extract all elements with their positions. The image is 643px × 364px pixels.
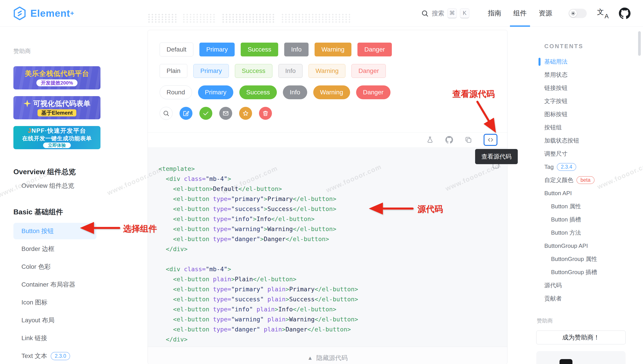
demo-button-info-default[interactable]: Info: [284, 42, 308, 56]
red-arrow-to-button-item: [80, 221, 122, 235]
toc-item-文字按钮[interactable]: 文字按钮: [536, 94, 638, 108]
demo-button-success-round[interactable]: Success: [239, 86, 277, 99]
sun-icon: [571, 11, 576, 16]
demo-button-danger-default[interactable]: Danger: [358, 42, 392, 56]
icon-button-check[interactable]: [199, 107, 212, 120]
toc-item-tag[interactable]: Tag2.3.4: [536, 160, 638, 174]
toc-item-图标按钮[interactable]: 图标按钮: [536, 108, 638, 121]
github-icon[interactable]: [619, 8, 630, 19]
toc-item-基础用法[interactable]: 基础用法: [536, 55, 638, 68]
toc-item-buttongroup-属性[interactable]: ButtonGroup 属性: [536, 252, 638, 266]
hide-source-bar[interactable]: ▲ 隐藏源代码: [148, 346, 507, 364]
toc-item-buttongroup-插槽[interactable]: ButtonGroup 插槽: [536, 266, 638, 279]
demo-button-warning-round[interactable]: Warning: [313, 86, 350, 99]
demo-button-round-round[interactable]: Round: [160, 86, 192, 99]
translate-icon[interactable]: 文 A: [597, 8, 609, 19]
search-button[interactable]: 搜索 ⌘ K: [421, 8, 469, 18]
icon-button-delete[interactable]: [259, 107, 272, 120]
code-token: <el-button>: [173, 185, 213, 192]
icon-button-message[interactable]: [219, 107, 232, 120]
sidebar-item-link[interactable]: Link 链接: [14, 329, 97, 347]
sidebar-item-layout[interactable]: Layout 布局: [14, 311, 97, 329]
sponsor-banner-meile[interactable]: 美乐全栈低代码平台开发提效200%: [14, 66, 101, 90]
theme-toggle[interactable]: [568, 9, 587, 18]
icon-button-edit[interactable]: [179, 107, 192, 120]
demo-button-success-default[interactable]: Success: [241, 42, 278, 56]
page-scrollbar-thumb[interactable]: [638, 31, 641, 56]
demo-button-warning-plain[interactable]: Warning: [308, 64, 345, 78]
view-source-tooltip: 查看源代码: [475, 149, 518, 164]
toc-item-禁用状态[interactable]: 禁用状态: [536, 68, 638, 82]
code-token: >: [282, 326, 285, 333]
code-token: <el-button: [173, 196, 209, 202]
code-line: <el-button type="info" plain>Info</el-bu…: [159, 304, 507, 314]
toc-item-button-方法[interactable]: Button 方法: [536, 226, 638, 239]
sponsor-banner-form[interactable]: 可视化低代码表单基于Element: [14, 96, 101, 119]
toc-item-button-api[interactable]: Button API: [536, 187, 638, 200]
code-token: <el-button: [173, 206, 209, 212]
become-sponsor-button[interactable]: 成为赞助商！: [536, 330, 625, 344]
toc-item-label: Button 方法: [551, 229, 581, 237]
toc-item-按钮组[interactable]: 按钮组: [536, 121, 638, 134]
demo-icon-button-row: [160, 107, 507, 120]
sidebar-item-text[interactable]: Text 文本2.3.0: [14, 347, 97, 364]
code-token: [159, 246, 166, 252]
main-nav: 指南组件资源: [482, 0, 558, 26]
demo-button-primary-default[interactable]: Primary: [199, 42, 235, 56]
playground-flask-icon[interactable]: [426, 136, 434, 144]
icon-button-star[interactable]: [239, 107, 252, 120]
code-token: plain: [253, 306, 275, 313]
copy-code-icon[interactable]: [464, 136, 472, 144]
code-token: >: [227, 175, 231, 182]
demo-button-info-plain[interactable]: Info: [278, 64, 303, 78]
toc-item-贡献者[interactable]: 贡献者: [536, 292, 638, 305]
nav-item-label: 组件: [513, 9, 527, 18]
sidebar-item-icon[interactable]: Icon 图标: [14, 294, 97, 311]
annotation-select-component: 选择组件: [123, 223, 157, 234]
demo-button-success-plain[interactable]: Success: [235, 64, 272, 78]
demo-button-primary-round[interactable]: Primary: [198, 86, 233, 99]
icon-button-search[interactable]: [160, 107, 173, 120]
element-plus-logo[interactable]: Element+: [13, 6, 74, 20]
toc-item-源代码[interactable]: 源代码: [536, 279, 638, 292]
toc-active-bar: [538, 58, 540, 66]
view-source-code-button[interactable]: [484, 134, 497, 146]
sidebar-item-label: Layout 布局: [22, 316, 55, 324]
sponsor-panel[interactable]: [536, 351, 625, 364]
nav-item-指南[interactable]: 指南: [482, 0, 507, 26]
sidebar-item-container[interactable]: Container 布局容器: [14, 276, 97, 294]
code-token: "primary": [231, 286, 264, 293]
code-token: "success": [231, 296, 264, 303]
sponsors-label: 赞助商: [14, 47, 121, 55]
toc-item-button-属性[interactable]: Button 属性: [536, 200, 638, 213]
sidebar-item-overview[interactable]: Overview 组件总览: [14, 177, 97, 195]
demo-button-info-round[interactable]: Info: [283, 86, 307, 99]
code-token: [159, 206, 173, 212]
nav-item-label: 指南: [488, 9, 501, 18]
toc-item-label: ButtonGroup 插槽: [551, 268, 597, 276]
nav-item-组件[interactable]: 组件: [507, 0, 533, 26]
toc-item-调整尺寸[interactable]: 调整尺寸: [536, 147, 638, 160]
code-token: "success": [231, 206, 264, 212]
demo-button-danger-round[interactable]: Danger: [356, 86, 391, 99]
toc-item-加载状态按钮[interactable]: 加载状态按钮: [536, 134, 638, 147]
sidebar-item-border[interactable]: Border 边框: [14, 240, 97, 258]
code-token: </el-button>: [307, 326, 351, 333]
demo-button-danger-plain[interactable]: Danger: [352, 64, 386, 78]
toc-item-自定义颜色[interactable]: 自定义颜色beta: [536, 174, 638, 187]
demo-button-default-default[interactable]: Default: [160, 42, 193, 56]
demo-toolbar: [148, 132, 507, 147]
code-token: [159, 196, 173, 202]
sponsor-banner-jnpf[interactable]: JNPF·快速开发平台在线开发一键生成功能表单立即体验: [14, 126, 101, 149]
demo-button-primary-plain[interactable]: Primary: [193, 64, 229, 78]
code-token: Default: [213, 185, 238, 192]
nav-item-资源[interactable]: 资源: [533, 0, 558, 26]
toc-item-链接按钮[interactable]: 链接按钮: [536, 82, 638, 94]
demo-button-plain-plain[interactable]: Plain: [160, 64, 187, 78]
toc-item-buttongroup-api[interactable]: ButtonGroup API: [536, 239, 638, 252]
demo-button-row-default: DefaultPrimarySuccessInfoWarningDanger: [160, 42, 507, 56]
sidebar-item-color[interactable]: Color 色彩: [14, 258, 97, 276]
github-source-icon[interactable]: [445, 136, 453, 144]
demo-button-warning-default[interactable]: Warning: [314, 42, 352, 56]
toc-item-button-插槽[interactable]: Button 插槽: [536, 213, 638, 226]
